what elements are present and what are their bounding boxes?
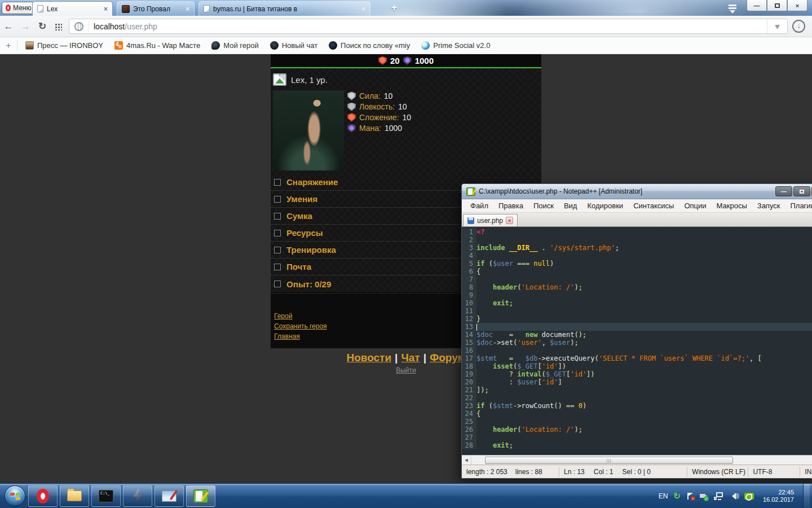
- code-line[interactable]: 13: [462, 323, 812, 331]
- code-line[interactable]: 7: [462, 275, 812, 283]
- code-line[interactable]: 19 ? intval($_GET['id']): [462, 370, 812, 378]
- safely-remove-icon[interactable]: ✓: [700, 492, 708, 500]
- tab-close-icon[interactable]: ×: [104, 5, 108, 13]
- status-eol[interactable]: Windows (CR LF): [687, 467, 748, 477]
- code-line[interactable]: 10 exit;: [462, 299, 812, 307]
- code-line[interactable]: 11: [462, 307, 812, 315]
- code-line[interactable]: 5if ($user === null): [462, 260, 812, 268]
- checkbox[interactable]: [274, 179, 281, 186]
- code-line[interactable]: 17$stmt = $db->executeQuery('SELECT * FR…: [462, 354, 812, 362]
- start-button[interactable]: [5, 485, 25, 506]
- action-center-icon[interactable]: x: [686, 492, 694, 500]
- clock[interactable]: 22:45 16.02.2017: [760, 489, 797, 503]
- address-bar[interactable]: localhost/user.php ♥: [69, 19, 788, 34]
- volume-icon[interactable]: ))): [729, 493, 739, 500]
- code-line[interactable]: 16: [462, 347, 812, 354]
- notepad-menu-вид[interactable]: Вид: [559, 200, 582, 212]
- back-button[interactable]: ←: [0, 21, 17, 32]
- notepad-minimize-button[interactable]: —: [775, 186, 792, 196]
- status-encoding[interactable]: UTF-8: [748, 467, 800, 477]
- tab-menu-icon[interactable]: [725, 3, 740, 12]
- code-line[interactable]: 8 header('Location: /');: [462, 283, 812, 291]
- show-desktop-button[interactable]: [803, 484, 810, 508]
- tab-lex[interactable]: Lex ×: [32, 1, 113, 16]
- extensions-grid-icon[interactable]: [54, 23, 62, 30]
- notepad-tab-userphp[interactable]: user.php ×: [463, 214, 518, 226]
- link-forum[interactable]: Форум: [430, 352, 466, 364]
- code-line[interactable]: 25: [462, 418, 812, 426]
- scroll-left-arrow[interactable]: ◄: [462, 456, 471, 465]
- new-tab-button[interactable]: +: [387, 2, 401, 14]
- taskbar-cmd-button[interactable]: C:\_: [91, 485, 121, 507]
- checkbox[interactable]: [274, 264, 281, 270]
- notepad-menu-правка[interactable]: Правка: [493, 200, 528, 212]
- taskbar-notepad-button[interactable]: [186, 485, 215, 507]
- code-line[interactable]: 12}: [462, 315, 812, 323]
- bookmark-my-hero[interactable]: Мой герой: [211, 41, 259, 50]
- network-icon[interactable]: [714, 492, 723, 500]
- notepad-menu-кодировки[interactable]: Кодировки: [582, 200, 628, 212]
- checkbox[interactable]: [274, 213, 281, 220]
- taskbar-opera-button[interactable]: [28, 485, 58, 507]
- reload-button[interactable]: ↻: [34, 20, 51, 32]
- tab-close-icon[interactable]: ×: [186, 5, 189, 13]
- link-logout[interactable]: Выйти: [396, 366, 416, 374]
- language-indicator[interactable]: EN: [659, 492, 668, 500]
- notepad-titlebar[interactable]: C:\xampp\htdocs\user.php - Notepad++ [Ad…: [462, 184, 812, 199]
- taskbar-image-editor-button[interactable]: [155, 485, 184, 507]
- code-line[interactable]: 4: [462, 252, 812, 260]
- notepad-menu-опции[interactable]: Опции: [679, 200, 711, 212]
- link-chat[interactable]: Чат: [401, 352, 420, 364]
- bookmark-press-ironboy[interactable]: Пресс — IRONBOY: [25, 41, 103, 50]
- code-line[interactable]: 18 isset($_GET['id']): [462, 362, 812, 370]
- checkbox[interactable]: [274, 196, 281, 203]
- taskbar-lightning-app-button[interactable]: [123, 485, 152, 507]
- code-line[interactable]: 3include __DIR__ . '/sys/start.php';: [462, 244, 812, 252]
- minimize-button[interactable]: —: [747, 0, 767, 11]
- tab-bymas[interactable]: bymas.ru | Битва титанов в ×: [198, 1, 370, 16]
- bookmark-search-word[interactable]: Поиск по слову «miy: [329, 41, 410, 50]
- code-line[interactable]: 9: [462, 291, 812, 299]
- notepad-menu-поиск[interactable]: Поиск: [528, 200, 559, 212]
- code-line[interactable]: 15$doc->set('user', $user);: [462, 339, 812, 347]
- tab-proval[interactable]: Это Провал ×: [117, 1, 195, 16]
- code-editor[interactable]: 1<?23include __DIR__ . '/sys/start.php';…: [462, 227, 812, 455]
- close-button[interactable]: ×: [787, 0, 807, 11]
- bookmark-new-chat[interactable]: Новый чат: [270, 41, 317, 50]
- notepad-restore-button[interactable]: [793, 186, 810, 196]
- restore-button[interactable]: [767, 0, 787, 11]
- bookmark-heart-button[interactable]: ♥: [767, 19, 787, 33]
- bookmark-4mas[interactable]: 4n4mas.Ru - Wap Масте: [114, 41, 200, 50]
- code-line[interactable]: 20 : $user['id']: [462, 378, 812, 386]
- add-bookmark-button[interactable]: +: [0, 41, 17, 51]
- sync-tray-icon[interactable]: ↻: [673, 491, 681, 501]
- forward-button[interactable]: →: [17, 21, 34, 32]
- notepad-menu-плагины[interactable]: Плагины: [785, 200, 812, 212]
- tab-close-icon[interactable]: ×: [361, 5, 365, 13]
- code-line[interactable]: 14$doc = new document();: [462, 331, 812, 339]
- code-line[interactable]: 2: [462, 236, 812, 244]
- url-text[interactable]: localhost/user.php: [94, 22, 767, 31]
- code-line[interactable]: 26 header('Location: /');: [462, 426, 812, 433]
- notepad-menu-запуск[interactable]: Запуск: [752, 200, 785, 212]
- taskbar-explorer-button[interactable]: [60, 485, 89, 507]
- notepad-menu-макросы[interactable]: Макросы: [712, 200, 752, 212]
- checkbox[interactable]: [274, 281, 281, 287]
- bookmark-prime-social[interactable]: Prime Social v2.0: [421, 41, 490, 50]
- link-news[interactable]: Новости: [346, 352, 391, 364]
- code-line[interactable]: 1<?: [462, 228, 812, 236]
- checkbox[interactable]: [274, 230, 281, 237]
- code-line[interactable]: 22: [462, 394, 812, 402]
- nvidia-icon[interactable]: [744, 493, 754, 500]
- code-line[interactable]: 24{: [462, 410, 812, 418]
- scrollbar-thumb[interactable]: |||: [485, 457, 733, 464]
- sync-turbo-button[interactable]: ↓: [792, 20, 805, 33]
- notepad-tab-close-icon[interactable]: ×: [506, 217, 513, 224]
- code-line[interactable]: 6{: [462, 268, 812, 275]
- horizontal-scrollbar[interactable]: ◄ |||: [462, 455, 812, 465]
- notepad-menu-файл[interactable]: Файл: [465, 200, 493, 212]
- code-line[interactable]: 28 exit;: [462, 441, 812, 449]
- notepad-menu-синтаксисы[interactable]: Синтаксисы: [628, 200, 679, 212]
- checkbox[interactable]: [274, 247, 281, 253]
- code-line[interactable]: 27: [462, 433, 812, 441]
